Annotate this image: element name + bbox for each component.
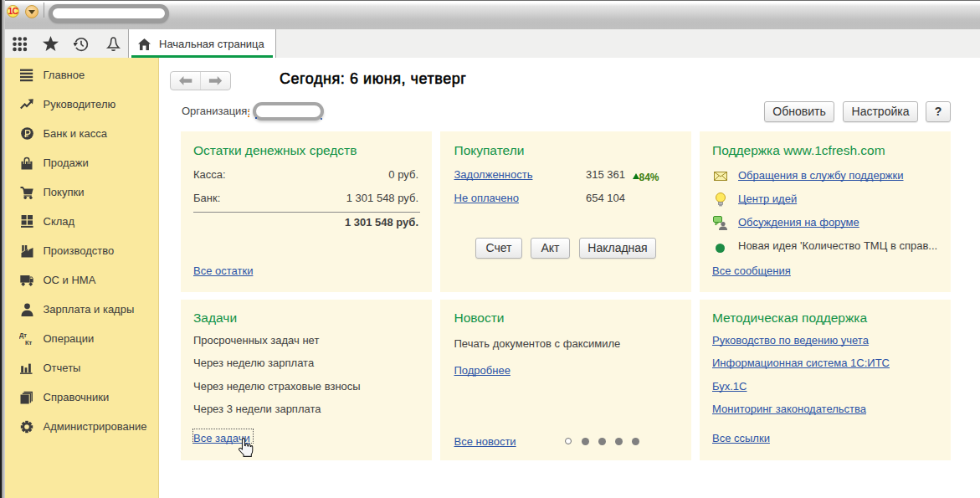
svg-text:Кт: Кт xyxy=(25,339,33,346)
svg-text:Дт: Дт xyxy=(19,331,27,339)
